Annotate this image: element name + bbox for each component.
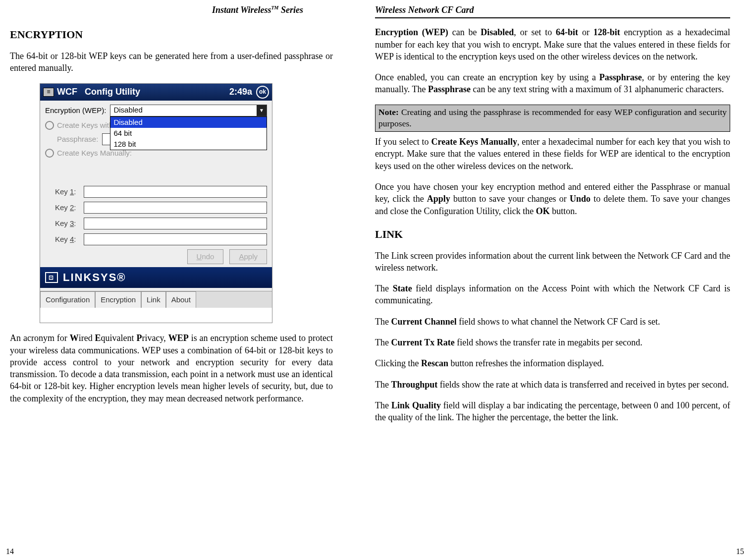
tab-encryption[interactable]: Encryption [95, 291, 141, 308]
key1-input[interactable] [84, 186, 267, 198]
linksys-logo-icon: ⊡ [45, 272, 58, 283]
undo-button[interactable]: Undo [187, 249, 224, 264]
key3-row: Key 3: [55, 218, 267, 229]
combo-dropdown: Disabled 64 bit 128 bit [110, 116, 267, 151]
key1-row: Key 1: [55, 186, 267, 198]
key2-label: Key 2: [55, 203, 84, 213]
radio-passphrase[interactable] [45, 121, 54, 130]
config-utility-screenshot: ≡ WCF Config Utility 2:49a ok Encryption… [40, 83, 272, 324]
bottom-space [40, 308, 272, 323]
key3-input[interactable] [84, 218, 267, 229]
header-text: Instant Wireless [212, 5, 271, 15]
left-page: Instant WirelessTM Series ENCRYPTION The… [0, 0, 375, 560]
left-para-1: The 64-bit or 128-bit WEP keys can be ge… [10, 50, 333, 74]
encryption-heading: ENCRYPTION [10, 27, 333, 42]
combo-option-128bit[interactable]: 128 bit [110, 139, 267, 150]
key4-input[interactable] [84, 233, 267, 245]
link-para-4: The Current Tx Rate field shows the tran… [375, 336, 730, 348]
tab-configuration[interactable]: Configuration [40, 291, 95, 308]
key2-row: Key 2: [55, 202, 267, 214]
link-para-6: The Throughput fields show the rate at w… [375, 379, 730, 391]
window-titlebar: ≡ WCF Config Utility 2:49a ok [40, 84, 272, 101]
link-para-5: Clicking the Rescan button refreshes the… [375, 357, 730, 369]
key-block: Key 1: Key 2: Key 3: Key 4: [45, 186, 267, 245]
left-header: Instant WirelessTM Series [10, 4, 333, 17]
link-para-7: The Link Quality field will display a ba… [375, 399, 730, 424]
combo-option-64bit[interactable]: 64 bit [110, 128, 267, 139]
tm-mark: TM [271, 5, 279, 10]
link-para-2: The State field displays information on … [375, 282, 730, 307]
right-para-3: If you select to Create Keys Manually, e… [375, 136, 730, 172]
combo-value[interactable]: Disabled [110, 105, 267, 116]
note-box: Note: Creating and using the passphrase … [375, 105, 730, 132]
title-suffix: Config Utility [85, 87, 140, 97]
key1-label: Key 1: [55, 187, 84, 197]
link-heading: LINK [375, 227, 730, 242]
key2-input[interactable] [84, 202, 267, 214]
tab-link[interactable]: Link [141, 291, 166, 308]
ok-button[interactable]: ok [256, 86, 269, 99]
app-name: WCF [57, 87, 77, 97]
tab-bar: Configuration Encryption Link About [40, 291, 272, 308]
link-para-3: The Current Channel field shows to what … [375, 316, 730, 328]
key4-row: Key 4: [55, 233, 267, 245]
link-para-1: The Link screen provides information abo… [375, 250, 730, 274]
right-para-1: Encryption (WEP) can be Disabled, or set… [375, 26, 730, 62]
combo-option-disabled[interactable]: Disabled [110, 117, 267, 128]
window-title: WCF Config Utility [57, 86, 229, 98]
left-para-2: An acronym for Wired Equivalent Privacy,… [10, 332, 333, 404]
page-number-left: 14 [6, 546, 14, 557]
passphrase-label: Passphrase: [57, 134, 102, 144]
right-para-2: Once enabled, you can create an encrypti… [375, 71, 730, 96]
encryption-label: Encryption (WEP): [45, 106, 110, 115]
key4-label: Key 4: [55, 234, 84, 244]
chevron-down-icon[interactable]: ▼ [257, 105, 267, 116]
apply-button[interactable]: Apply [229, 249, 267, 264]
header-suffix: Series [279, 5, 304, 15]
app-icon: ≡ [43, 88, 54, 97]
clock: 2:49a [229, 86, 252, 98]
right-header: Wireless Network CF Card [375, 4, 730, 18]
tab-about[interactable]: About [166, 291, 196, 308]
button-row: Undo Apply [45, 249, 267, 264]
brand-bar: ⊡ LINKSYS® [40, 267, 272, 288]
key3-label: Key 3: [55, 219, 84, 228]
right-page: Wireless Network CF Card Encryption (WEP… [375, 0, 750, 560]
page-number-right: 15 [736, 546, 744, 557]
window-body: Encryption (WEP): Disabled ▼ Disabled 64… [40, 101, 272, 323]
encryption-combo[interactable]: Disabled ▼ Disabled 64 bit 128 bit [110, 105, 267, 117]
encryption-row: Encryption (WEP): Disabled ▼ Disabled 64… [45, 105, 267, 117]
radio-manual[interactable] [45, 149, 54, 158]
brand-text: LINKSYS® [63, 270, 126, 285]
right-para-4: Once you have chosen your key encryption… [375, 181, 730, 217]
